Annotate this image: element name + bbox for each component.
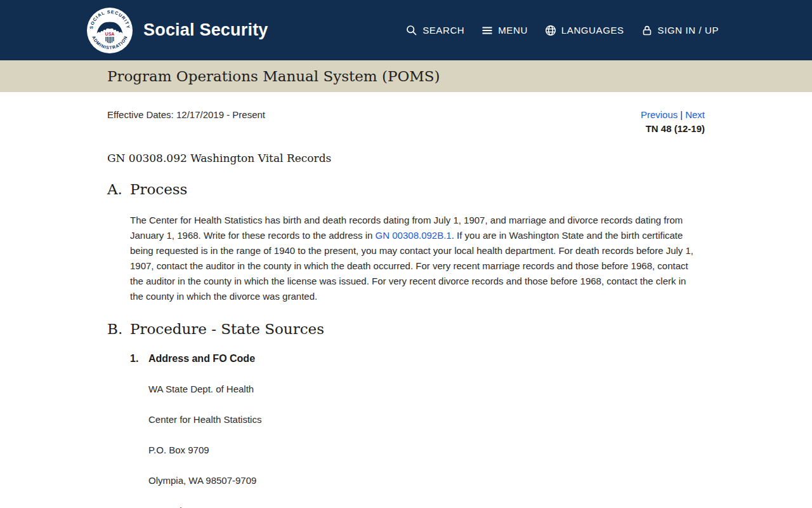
section-a-letter: A.: [107, 180, 130, 199]
lock-icon: [641, 25, 653, 36]
poms-banner: Program Operations Manual System (POMS): [0, 60, 812, 92]
site-header: SOCIAL SECURITY ADMINISTRATION USA: [0, 0, 812, 60]
address-block: WA State Dept. of Health Center for Heal…: [148, 383, 705, 508]
pager-block: Previous|Next TN 48 (12-19): [641, 109, 705, 134]
section-a-title: Process: [130, 180, 187, 199]
nav-languages-label: LANGUAGES: [561, 25, 624, 36]
address-line: Olympia, WA 98507-9709: [148, 474, 705, 487]
nav-sign-in[interactable]: SIGN IN / UP: [641, 25, 719, 36]
ssa-seal-icon: SOCIAL SECURITY ADMINISTRATION USA: [87, 8, 133, 53]
nav-search[interactable]: SEARCH: [406, 25, 464, 36]
meta-row: Effective Dates: 12/17/2019 - Present Pr…: [107, 109, 705, 134]
subsection-1-heading: 1. Address and FO Code: [130, 352, 705, 365]
effective-dates: Effective Dates: 12/17/2019 - Present: [107, 109, 265, 120]
top-nav: SEARCH MENU LANGUAGES: [406, 25, 719, 36]
poms-reference-link[interactable]: GN 00308.092B.1: [376, 230, 452, 241]
pager-links: Previous|Next: [641, 109, 705, 120]
subsection-1-number: 1.: [130, 352, 148, 365]
globe-icon: [545, 25, 556, 36]
section-a-paragraph: The Center for Health Statistics has bir…: [130, 213, 702, 304]
search-icon: [406, 25, 417, 36]
pager-separator: |: [680, 109, 683, 120]
address-line: P.O. Box 9709: [148, 444, 705, 457]
section-b-heading: B. Procedure - State Sources: [107, 319, 705, 338]
address-line: FO Code 918: [148, 505, 705, 508]
brand-home-link[interactable]: SOCIAL SECURITY ADMINISTRATION USA: [87, 8, 268, 53]
main-content: Effective Dates: 12/17/2019 - Present Pr…: [0, 92, 812, 508]
nav-menu-label: MENU: [498, 25, 528, 36]
nav-menu[interactable]: MENU: [481, 25, 528, 36]
page-title: Program Operations Manual System (POMS): [107, 68, 440, 84]
address-line: Center for Health Statistics: [148, 413, 705, 426]
section-b-letter: B.: [107, 319, 130, 338]
section-b-title: Procedure - State Sources: [130, 319, 324, 338]
transmittal-number: TN 48 (12-19): [641, 123, 705, 134]
nav-search-label: SEARCH: [422, 25, 464, 36]
menu-icon: [481, 25, 493, 36]
document-title: GN 00308.092 Washington Vital Records: [107, 152, 705, 164]
subsection-1-title: Address and FO Code: [148, 352, 255, 365]
section-a-heading: A. Process: [107, 180, 705, 199]
nav-languages[interactable]: LANGUAGES: [545, 25, 624, 36]
address-line: WA State Dept. of Health: [148, 383, 705, 396]
previous-link[interactable]: Previous: [641, 109, 678, 120]
next-link[interactable]: Next: [685, 109, 705, 120]
svg-text:USA: USA: [105, 31, 115, 36]
nav-sign-in-label: SIGN IN / UP: [658, 25, 719, 36]
brand-name: Social Security: [143, 20, 268, 40]
